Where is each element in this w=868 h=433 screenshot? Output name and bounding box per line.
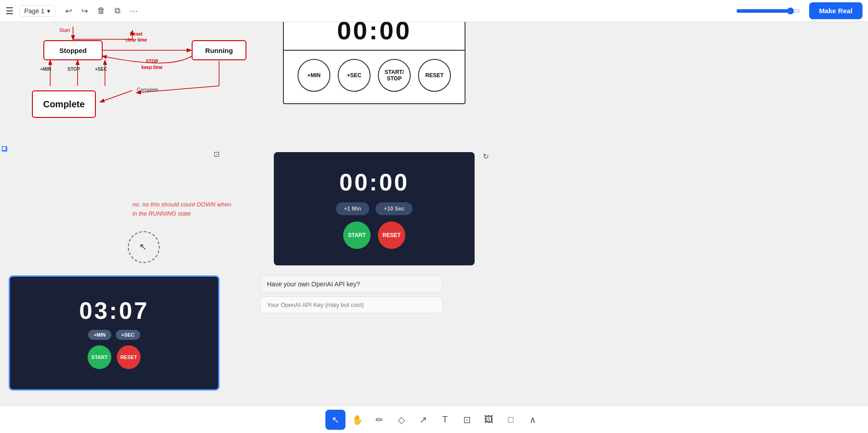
cursor-arrow-icon: ↖ bbox=[139, 241, 147, 252]
wf-btn-sec[interactable]: +SEC bbox=[338, 59, 371, 92]
pencil-tool-button[interactable]: ✏ bbox=[369, 410, 389, 430]
label-stop-keep: STOPkeep time bbox=[141, 58, 162, 70]
zoom-slider[interactable] bbox=[736, 7, 800, 15]
dark-left-reset-button[interactable]: RESET bbox=[117, 345, 141, 369]
dark-timer-right-main-btns: START RESET bbox=[343, 222, 405, 249]
api-key-input[interactable] bbox=[260, 296, 443, 313]
annotation-text: no. no this should count DOWN when in th… bbox=[132, 200, 233, 218]
label-plus-sec: +SEC bbox=[95, 67, 107, 72]
wf-btn-min[interactable]: +MIN bbox=[298, 59, 330, 92]
dark-timer-left-small-btns: +MIN +SEC bbox=[88, 330, 140, 340]
flow-box-complete: Complete bbox=[32, 90, 96, 118]
media-tool-button[interactable]: 🖼 bbox=[479, 410, 499, 430]
topbar-actions: ↩ ↪ 🗑 ⧉ ⋯ bbox=[63, 4, 141, 18]
svg-line-5 bbox=[100, 90, 132, 102]
duplicate-button[interactable]: ⧉ bbox=[112, 4, 123, 17]
more-tools-button[interactable]: ∧ bbox=[523, 410, 543, 430]
hand-tool-button[interactable]: ✋ bbox=[347, 410, 367, 430]
dark-timer-left: 03:07 +MIN +SEC START RESET bbox=[9, 276, 219, 390]
dark-right-start-button[interactable]: START bbox=[343, 222, 371, 249]
api-key-label: Have your own OpenAI API key? bbox=[260, 275, 443, 293]
refresh-icon[interactable]: ↻ bbox=[483, 152, 489, 161]
dark-right-btn-sec[interactable]: +10 Sec bbox=[376, 202, 413, 215]
flow-label-start: Start bbox=[59, 27, 70, 33]
flow-box-running: Running bbox=[192, 40, 246, 60]
label-complete: Complete bbox=[137, 87, 158, 92]
dark-timer-right-small-btns: +1 Min +10 Sec bbox=[336, 202, 413, 215]
api-key-area: Have your own OpenAI API key? bbox=[260, 275, 443, 313]
timer-wireframe: 00:00 +MIN +SEC START/ STOP RESET bbox=[283, 22, 465, 104]
text-tool-button[interactable]: T bbox=[435, 410, 455, 430]
shape-tool-button[interactable]: □ bbox=[501, 410, 521, 430]
copy-icon[interactable]: ⊡ bbox=[214, 150, 220, 158]
wf-btn-start-stop[interactable]: START/ STOP bbox=[378, 59, 411, 92]
label-stop: STOP bbox=[68, 67, 80, 72]
arrow-tool-button[interactable]: ↗ bbox=[413, 410, 433, 430]
zoom-slider-container bbox=[736, 7, 800, 15]
select-tool-button[interactable]: ↖ bbox=[325, 410, 345, 430]
dark-right-reset-button[interactable]: RESET bbox=[378, 222, 405, 249]
eraser-tool-button[interactable]: ◇ bbox=[391, 410, 411, 430]
delete-button[interactable]: 🗑 bbox=[94, 4, 108, 17]
dark-right-btn-min[interactable]: +1 Min bbox=[336, 202, 370, 215]
page-selector[interactable]: Page 1 ▾ bbox=[19, 5, 55, 17]
flow-diagram: Start Stopped Running Complete +MIN STOP… bbox=[5, 26, 269, 136]
undo-button[interactable]: ↩ bbox=[63, 4, 75, 18]
label-reset: Resetclear time bbox=[125, 31, 147, 43]
timer-buttons-wireframe: +MIN +SEC START/ STOP RESET bbox=[284, 51, 465, 92]
make-real-button[interactable]: Make Real bbox=[809, 2, 863, 19]
bottom-toolbar: ↖ ✋ ✏ ◇ ↗ T ⊡ 🖼 □ ∧ bbox=[0, 406, 868, 433]
dark-left-start-button[interactable]: START bbox=[88, 345, 111, 369]
cursor-circle bbox=[128, 231, 160, 263]
dark-timer-right-display: 00:00 bbox=[340, 169, 409, 196]
canvas: Start Stopped Running Complete +MIN STOP… bbox=[0, 22, 868, 415]
resize-handle-br[interactable] bbox=[2, 146, 6, 151]
dark-timer-left-display: 03:07 bbox=[79, 297, 149, 324]
chevron-down-icon: ▾ bbox=[47, 7, 50, 15]
menu-icon[interactable]: ☰ bbox=[5, 5, 14, 16]
timer-display-wireframe: 00:00 bbox=[284, 22, 465, 51]
label-plus-min: +MIN bbox=[40, 67, 51, 72]
flow-box-stopped: Stopped bbox=[43, 40, 103, 60]
redo-button[interactable]: ↪ bbox=[78, 4, 91, 18]
wf-btn-reset[interactable]: RESET bbox=[418, 59, 451, 92]
dark-timer-right: 00:00 +1 Min +10 Sec START RESET bbox=[274, 152, 475, 265]
dark-left-btn-sec[interactable]: +SEC bbox=[116, 330, 140, 340]
page-label: Page 1 bbox=[24, 7, 44, 15]
dark-left-btn-min[interactable]: +MIN bbox=[88, 330, 111, 340]
frame-tool-button[interactable]: ⊡ bbox=[457, 410, 477, 430]
more-options-button[interactable]: ⋯ bbox=[127, 4, 141, 18]
dark-timer-left-main-btns: START RESET bbox=[88, 345, 141, 369]
topbar: ☰ Page 1 ▾ ↩ ↪ 🗑 ⧉ ⋯ Make Real bbox=[0, 0, 868, 22]
